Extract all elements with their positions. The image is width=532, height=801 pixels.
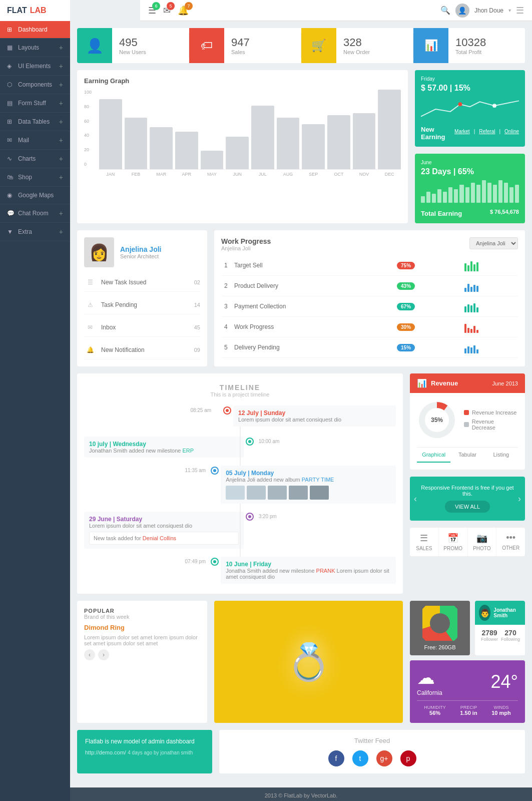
chart-bar-SEP (302, 124, 325, 169)
weather-precip: PRECIP 1.50 in (460, 705, 477, 716)
icon-row-promo[interactable]: 📅 PROMO (439, 528, 468, 556)
donut-label: 35% (431, 417, 443, 424)
search-icon[interactable]: 🔍 (440, 6, 450, 15)
sidebar-item-layouts[interactable]: ▦ Layouts + (0, 39, 70, 57)
chart-label-MAY: MAY (201, 172, 224, 177)
icon-row-photo[interactable]: 📷 PHOTO (468, 528, 497, 556)
promo-next-arrow[interactable]: › (518, 494, 521, 504)
chart-label-OCT: OCT (327, 172, 350, 177)
footer: 2013 © FlatLab by VectorLab. (70, 787, 532, 801)
sidebar-expand-icon-7: + (59, 155, 63, 163)
weather-details: HUMIDITY 56% PRECIP 1.50 in WINDS 10 mph (417, 700, 518, 716)
chart-label-NOV: NOV (353, 172, 376, 177)
sidebar-item-chat-room[interactable]: 💬 Chat Room + (0, 204, 70, 223)
sidebar-item-ui-elements[interactable]: ◈ UI Elements + (0, 57, 70, 76)
twitter-section: Twitter Feed f t g+ p (219, 730, 525, 773)
tab-tabular[interactable]: Tabular (450, 448, 484, 463)
mini-bar-1-4 (476, 286, 478, 292)
promo-view-all-button[interactable]: VIEW ALL (445, 501, 490, 513)
info-link[interactable]: http://demo.com/ (85, 749, 126, 755)
y-label-40: 40 (84, 133, 92, 138)
facebook-icon[interactable]: f (328, 750, 344, 766)
logo-lab: LAB (30, 6, 47, 15)
menu-icon[interactable]: ☰ (516, 5, 524, 16)
sidebar-item-shop[interactable]: 🛍 Shop + (0, 168, 70, 187)
icon-row-other[interactable]: ••• OTHER (496, 528, 525, 556)
sidebar-expand-icon-10: + (59, 209, 63, 217)
wp-row-num-3: 4 (221, 317, 231, 337)
tl-date-1: 12 July | Sunday (238, 410, 391, 417)
tab-graphical[interactable]: Graphical (417, 448, 450, 463)
promo-prev-arrow[interactable]: ‹ (414, 494, 417, 504)
sales-label: Sales (231, 49, 250, 55)
sidebar-icon-2: ◈ (7, 63, 14, 70)
inbox-count: 45 (194, 324, 200, 330)
revenue-icon: 📊 (417, 378, 427, 388)
profile-stat-pending: ⚠ Task Pending 14 (84, 296, 200, 314)
tl-text-4: Lorem ipsum dolor sit amet consiquest di… (89, 523, 239, 529)
stat-sales: 🏷 947 Sales (189, 28, 301, 63)
mini-bar-3-0 (464, 324, 466, 333)
sidebar-item-components[interactable]: ⬡ Components + (0, 76, 70, 94)
mini-bar-2-0 (464, 306, 466, 312)
wp-row-2: 3 Payment Collection 67% (221, 296, 518, 317)
profit-label: Total Profit (455, 49, 486, 55)
total-earn-bar-14 (498, 180, 502, 203)
promo-yellow-card: 💍 (214, 601, 403, 723)
wp-select[interactable]: Anjelina Joli (469, 237, 518, 249)
svg-point-1 (492, 104, 496, 108)
sidebar-item-mail[interactable]: ✉ Mail + (0, 131, 70, 150)
social-icons: f t g+ p (226, 750, 518, 766)
user-following-stat: 270 Following (500, 629, 521, 642)
tl-img-3 (268, 486, 287, 500)
chart-label-DEC: DEC (378, 172, 401, 177)
sidebar-item-data-tables[interactable]: ⊞ Data Tables + (0, 113, 70, 131)
sidebar-label-4: Form Stuff (18, 100, 46, 107)
total-earn-bar-7 (459, 185, 463, 203)
sidebar-item-form-stuff[interactable]: ▤ Form Stuff + (0, 94, 70, 113)
sidebar-item-google-maps[interactable]: ◉ Google Maps (0, 187, 70, 204)
timeline-container: 08:25 am 12 July | Sunday Lorem ipsum do… (84, 406, 396, 584)
wp-row-label-4: Delivery Pending (231, 337, 394, 358)
wp-row-badge-1: 43% (394, 276, 461, 296)
user-dropdown-icon[interactable]: ▾ (508, 8, 511, 13)
google-plus-icon[interactable]: g+ (376, 750, 392, 766)
wp-row-chart-2 (461, 296, 518, 317)
popular-next-button[interactable]: › (98, 649, 109, 660)
tl-text-3: Anjelina Joli added new album PARTY TIME (226, 477, 391, 483)
winds-label: WINDS (491, 705, 511, 710)
icon-row-sales[interactable]: ☰ SALES (410, 528, 439, 556)
user-card-header: 👨 Jonathan Smith (475, 601, 525, 625)
wp-row-label-0: Target Sell (231, 255, 394, 276)
messages-badge[interactable]: ☰ 6 (148, 5, 156, 16)
humidity-label: HUMIDITY (424, 705, 446, 710)
popular-prev-button[interactable]: ‹ (84, 649, 95, 660)
tab-listing[interactable]: Listing (484, 448, 518, 463)
popular-nav: ‹ › (84, 649, 200, 660)
winds-value: 10 mph (491, 710, 511, 716)
sidebar-label-2: UI Elements (18, 63, 51, 70)
earning-graph-title: Earning Graph (84, 77, 401, 85)
sidebar-icon-10: 💬 (7, 210, 14, 217)
new-earning-day: Friday (421, 76, 519, 82)
tl-img-4 (289, 486, 308, 500)
wp-row-badge-0: 75% (394, 255, 461, 276)
twitter-icon[interactable]: t (352, 750, 368, 766)
chart-label-SEP: SEP (302, 172, 325, 177)
sidebar-item-charts[interactable]: ∿ Charts + (0, 150, 70, 168)
weather-humidity: HUMIDITY 56% (424, 705, 446, 716)
mini-bar-2-2 (470, 305, 472, 312)
user-card: 👨 Jonathan Smith 2789 Follower 270 Follo… (475, 601, 525, 655)
sidebar-item-dashboard[interactable]: ⊞ Dashboard (0, 21, 70, 39)
legend-increase: Revenue Increase (464, 410, 518, 416)
notifications-badge[interactable]: 🔔 7 (178, 5, 189, 16)
sidebar-item-extra[interactable]: ▼ Extra + (0, 223, 70, 241)
total-earning-amount: $ 76,54,678 (490, 209, 519, 215)
profile-avatar: 👩 (84, 237, 114, 267)
total-earning-period: 23 Days | 65% (421, 167, 519, 176)
pinterest-icon[interactable]: p (400, 750, 416, 766)
following-count: 270 (500, 629, 521, 637)
email-badge[interactable]: ✉ 5 (163, 5, 171, 16)
sidebar-expand-icon-5: + (59, 118, 63, 126)
popular-desc: Lorem ipsum dolor set amet lorem ipsum d… (84, 634, 200, 646)
